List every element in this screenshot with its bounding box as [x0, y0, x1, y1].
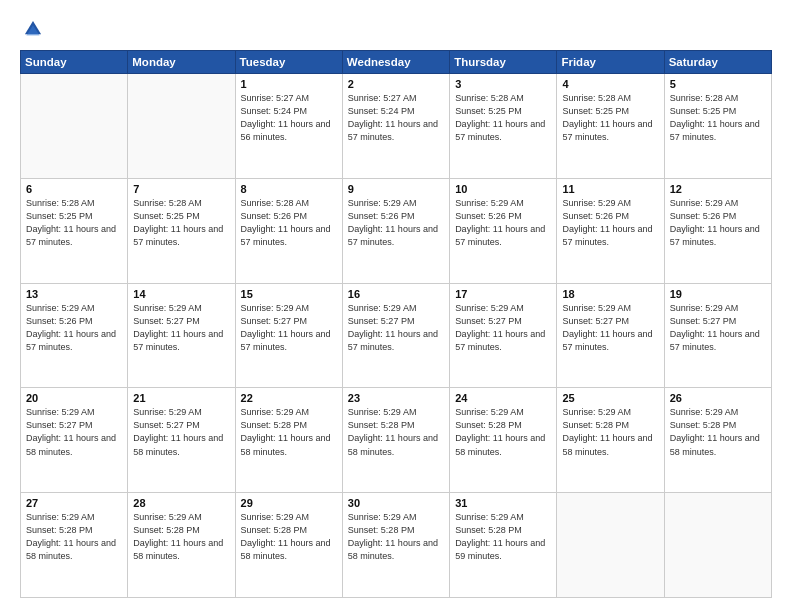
calendar-day-cell: 23Sunrise: 5:29 AM Sunset: 5:28 PM Dayli…: [342, 388, 449, 493]
calendar-day-cell: 26Sunrise: 5:29 AM Sunset: 5:28 PM Dayli…: [664, 388, 771, 493]
calendar-day-cell: 24Sunrise: 5:29 AM Sunset: 5:28 PM Dayli…: [450, 388, 557, 493]
calendar-day-cell: 18Sunrise: 5:29 AM Sunset: 5:27 PM Dayli…: [557, 283, 664, 388]
calendar-day-cell: 25Sunrise: 5:29 AM Sunset: 5:28 PM Dayli…: [557, 388, 664, 493]
calendar-day-header: Friday: [557, 51, 664, 74]
day-number: 24: [455, 392, 551, 404]
day-number: 14: [133, 288, 229, 300]
day-number: 12: [670, 183, 766, 195]
day-info: Sunrise: 5:29 AM Sunset: 5:26 PM Dayligh…: [562, 197, 658, 249]
day-number: 17: [455, 288, 551, 300]
calendar-day-cell: 17Sunrise: 5:29 AM Sunset: 5:27 PM Dayli…: [450, 283, 557, 388]
calendar-week-row: 27Sunrise: 5:29 AM Sunset: 5:28 PM Dayli…: [21, 493, 772, 598]
calendar-day-cell: 12Sunrise: 5:29 AM Sunset: 5:26 PM Dayli…: [664, 178, 771, 283]
calendar-day-cell: 19Sunrise: 5:29 AM Sunset: 5:27 PM Dayli…: [664, 283, 771, 388]
day-number: 19: [670, 288, 766, 300]
calendar-day-cell: 8Sunrise: 5:28 AM Sunset: 5:26 PM Daylig…: [235, 178, 342, 283]
day-info: Sunrise: 5:29 AM Sunset: 5:27 PM Dayligh…: [26, 406, 122, 458]
day-number: 28: [133, 497, 229, 509]
day-number: 5: [670, 78, 766, 90]
calendar-day-header: Wednesday: [342, 51, 449, 74]
calendar-day-cell: 4Sunrise: 5:28 AM Sunset: 5:25 PM Daylig…: [557, 74, 664, 179]
day-info: Sunrise: 5:29 AM Sunset: 5:27 PM Dayligh…: [670, 302, 766, 354]
calendar-day-cell: 15Sunrise: 5:29 AM Sunset: 5:27 PM Dayli…: [235, 283, 342, 388]
logo-icon: [22, 18, 44, 40]
day-info: Sunrise: 5:29 AM Sunset: 5:26 PM Dayligh…: [26, 302, 122, 354]
day-info: Sunrise: 5:29 AM Sunset: 5:27 PM Dayligh…: [562, 302, 658, 354]
day-info: Sunrise: 5:29 AM Sunset: 5:28 PM Dayligh…: [348, 511, 444, 563]
day-info: Sunrise: 5:29 AM Sunset: 5:27 PM Dayligh…: [133, 406, 229, 458]
day-number: 7: [133, 183, 229, 195]
day-info: Sunrise: 5:29 AM Sunset: 5:26 PM Dayligh…: [670, 197, 766, 249]
calendar-header-row: SundayMondayTuesdayWednesdayThursdayFrid…: [21, 51, 772, 74]
calendar-table: SundayMondayTuesdayWednesdayThursdayFrid…: [20, 50, 772, 598]
day-info: Sunrise: 5:29 AM Sunset: 5:28 PM Dayligh…: [455, 406, 551, 458]
calendar-day-cell: [664, 493, 771, 598]
calendar-day-cell: 11Sunrise: 5:29 AM Sunset: 5:26 PM Dayli…: [557, 178, 664, 283]
day-number: 6: [26, 183, 122, 195]
day-info: Sunrise: 5:28 AM Sunset: 5:26 PM Dayligh…: [241, 197, 337, 249]
calendar-day-cell: 31Sunrise: 5:29 AM Sunset: 5:28 PM Dayli…: [450, 493, 557, 598]
day-info: Sunrise: 5:27 AM Sunset: 5:24 PM Dayligh…: [348, 92, 444, 144]
day-info: Sunrise: 5:29 AM Sunset: 5:28 PM Dayligh…: [241, 511, 337, 563]
day-number: 18: [562, 288, 658, 300]
day-number: 1: [241, 78, 337, 90]
day-number: 11: [562, 183, 658, 195]
day-info: Sunrise: 5:29 AM Sunset: 5:26 PM Dayligh…: [348, 197, 444, 249]
day-info: Sunrise: 5:29 AM Sunset: 5:28 PM Dayligh…: [670, 406, 766, 458]
day-info: Sunrise: 5:28 AM Sunset: 5:25 PM Dayligh…: [562, 92, 658, 144]
calendar-day-cell: 2Sunrise: 5:27 AM Sunset: 5:24 PM Daylig…: [342, 74, 449, 179]
calendar-day-cell: 7Sunrise: 5:28 AM Sunset: 5:25 PM Daylig…: [128, 178, 235, 283]
calendar-day-cell: 30Sunrise: 5:29 AM Sunset: 5:28 PM Dayli…: [342, 493, 449, 598]
page: SundayMondayTuesdayWednesdayThursdayFrid…: [0, 0, 792, 612]
calendar-day-header: Sunday: [21, 51, 128, 74]
calendar-day-cell: 16Sunrise: 5:29 AM Sunset: 5:27 PM Dayli…: [342, 283, 449, 388]
calendar-day-header: Saturday: [664, 51, 771, 74]
day-info: Sunrise: 5:29 AM Sunset: 5:27 PM Dayligh…: [133, 302, 229, 354]
calendar-day-header: Thursday: [450, 51, 557, 74]
day-number: 8: [241, 183, 337, 195]
day-info: Sunrise: 5:28 AM Sunset: 5:25 PM Dayligh…: [133, 197, 229, 249]
calendar-week-row: 13Sunrise: 5:29 AM Sunset: 5:26 PM Dayli…: [21, 283, 772, 388]
day-number: 13: [26, 288, 122, 300]
day-info: Sunrise: 5:28 AM Sunset: 5:25 PM Dayligh…: [26, 197, 122, 249]
calendar-day-cell: 29Sunrise: 5:29 AM Sunset: 5:28 PM Dayli…: [235, 493, 342, 598]
calendar-day-header: Tuesday: [235, 51, 342, 74]
calendar-day-cell: [557, 493, 664, 598]
day-number: 30: [348, 497, 444, 509]
calendar-week-row: 20Sunrise: 5:29 AM Sunset: 5:27 PM Dayli…: [21, 388, 772, 493]
calendar-day-cell: 9Sunrise: 5:29 AM Sunset: 5:26 PM Daylig…: [342, 178, 449, 283]
day-number: 2: [348, 78, 444, 90]
day-info: Sunrise: 5:27 AM Sunset: 5:24 PM Dayligh…: [241, 92, 337, 144]
day-info: Sunrise: 5:28 AM Sunset: 5:25 PM Dayligh…: [670, 92, 766, 144]
calendar-day-cell: 21Sunrise: 5:29 AM Sunset: 5:27 PM Dayli…: [128, 388, 235, 493]
day-info: Sunrise: 5:29 AM Sunset: 5:28 PM Dayligh…: [348, 406, 444, 458]
day-info: Sunrise: 5:29 AM Sunset: 5:28 PM Dayligh…: [133, 511, 229, 563]
calendar-day-cell: 22Sunrise: 5:29 AM Sunset: 5:28 PM Dayli…: [235, 388, 342, 493]
header: [20, 18, 772, 40]
calendar-day-cell: [128, 74, 235, 179]
calendar-day-cell: 1Sunrise: 5:27 AM Sunset: 5:24 PM Daylig…: [235, 74, 342, 179]
day-info: Sunrise: 5:29 AM Sunset: 5:28 PM Dayligh…: [562, 406, 658, 458]
day-number: 26: [670, 392, 766, 404]
calendar-day-cell: 27Sunrise: 5:29 AM Sunset: 5:28 PM Dayli…: [21, 493, 128, 598]
day-number: 22: [241, 392, 337, 404]
calendar-day-cell: 5Sunrise: 5:28 AM Sunset: 5:25 PM Daylig…: [664, 74, 771, 179]
calendar-week-row: 6Sunrise: 5:28 AM Sunset: 5:25 PM Daylig…: [21, 178, 772, 283]
day-number: 27: [26, 497, 122, 509]
day-number: 15: [241, 288, 337, 300]
calendar-day-cell: 13Sunrise: 5:29 AM Sunset: 5:26 PM Dayli…: [21, 283, 128, 388]
calendar-day-header: Monday: [128, 51, 235, 74]
logo: [20, 18, 48, 40]
day-info: Sunrise: 5:29 AM Sunset: 5:27 PM Dayligh…: [241, 302, 337, 354]
day-info: Sunrise: 5:29 AM Sunset: 5:27 PM Dayligh…: [455, 302, 551, 354]
day-number: 29: [241, 497, 337, 509]
day-number: 23: [348, 392, 444, 404]
day-info: Sunrise: 5:29 AM Sunset: 5:28 PM Dayligh…: [26, 511, 122, 563]
day-number: 16: [348, 288, 444, 300]
day-number: 9: [348, 183, 444, 195]
calendar-day-cell: 14Sunrise: 5:29 AM Sunset: 5:27 PM Dayli…: [128, 283, 235, 388]
day-number: 21: [133, 392, 229, 404]
calendar-day-cell: 3Sunrise: 5:28 AM Sunset: 5:25 PM Daylig…: [450, 74, 557, 179]
day-number: 10: [455, 183, 551, 195]
day-info: Sunrise: 5:29 AM Sunset: 5:28 PM Dayligh…: [241, 406, 337, 458]
